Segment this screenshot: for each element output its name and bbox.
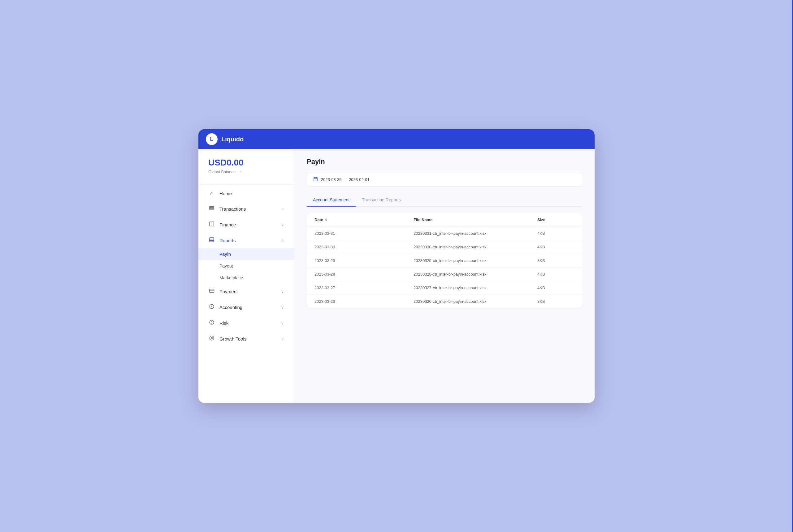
sidebar-item-label: Reports — [219, 238, 277, 243]
sidebar: USD0.00 Global Balance → ⌂ Home Transact… — [198, 149, 294, 403]
sidebar-item-home[interactable]: ⌂ Home — [198, 186, 294, 201]
growth-tools-icon — [208, 335, 215, 342]
sidebar-item-finance[interactable]: Finance ∨ — [198, 217, 294, 233]
date-filter-bar[interactable]: 2023-03-25 · 2023-04-01 — [307, 172, 582, 187]
chevron-down-icon: ∨ — [281, 305, 284, 310]
cell-size: 4KB — [537, 245, 574, 249]
content-area: Payin 2023-03-25 · 2023-04-01 Account St… — [294, 149, 595, 403]
cell-date: 2023-03-30 — [314, 245, 413, 249]
sidebar-item-transactions[interactable]: Transactions ∨ — [198, 201, 294, 217]
sidebar-subitem-marketplace[interactable]: Marketplace — [198, 272, 294, 284]
chevron-down-icon: ∨ — [281, 321, 284, 325]
sidebar-item-label: Payment — [219, 289, 277, 294]
svg-point-15 — [211, 338, 213, 339]
sidebar-item-label: Risk — [219, 320, 277, 326]
chevron-down-icon: ∨ — [281, 222, 284, 227]
cell-date: 2023-03-31 — [314, 231, 413, 236]
sidebar-subitem-payin[interactable]: Payin — [198, 248, 294, 260]
sidebar-item-risk[interactable]: Risk ∨ — [198, 315, 294, 331]
balance-section: USD0.00 Global Balance → — [198, 158, 294, 183]
svg-rect-1 — [209, 208, 214, 209]
balance-arrow[interactable]: → — [237, 169, 242, 174]
svg-point-13 — [212, 323, 212, 324]
sidebar-subitem-label: Marketplace — [219, 275, 243, 280]
report-table: Date ⇅ File Name Size 2023-03-31 2023033… — [307, 213, 582, 308]
cell-filename: 20230331-cb_inter-br-payin-account.xlsx — [413, 231, 537, 236]
main-layout: USD0.00 Global Balance → ⌂ Home Transact… — [198, 149, 595, 403]
balance-amount: USD0.00 — [208, 158, 284, 168]
cell-date: 2023-03-29 — [314, 258, 413, 263]
table-row[interactable]: 2023-03-26 20230326-cb_inter-br-payin-ac… — [307, 295, 582, 308]
table-row[interactable]: 2023-03-28 20230328-cb_inter-br-payin-ac… — [307, 268, 582, 281]
reports-icon — [208, 237, 215, 244]
chevron-down-icon: ∨ — [281, 289, 284, 294]
sidebar-item-growth-tools[interactable]: Growth Tools ∨ — [198, 331, 294, 347]
cell-date: 2023-03-27 — [314, 285, 413, 290]
cell-size: 3KB — [537, 299, 574, 304]
cell-size: 3KB — [537, 258, 574, 263]
sidebar-item-accounting[interactable]: Accounting ∨ — [198, 299, 294, 315]
chevron-up-icon: ∧ — [281, 238, 284, 243]
sidebar-item-label: Accounting — [219, 305, 277, 310]
svg-rect-4 — [209, 238, 214, 242]
chevron-down-icon: ∨ — [281, 337, 284, 341]
table-row[interactable]: 2023-03-29 20230329-cb_inter-br-payin-ac… — [307, 254, 582, 268]
payment-icon — [208, 288, 215, 295]
home-icon: ⌂ — [208, 190, 215, 197]
sidebar-subitem-label: Payout — [219, 264, 233, 268]
transactions-icon — [208, 205, 215, 212]
risk-icon — [208, 320, 215, 327]
col-header-size: Size — [537, 217, 574, 222]
chevron-down-icon: ∨ — [281, 207, 284, 211]
table-row[interactable]: 2023-03-30 20230330-cb_inter-br-payin-ac… — [307, 240, 582, 254]
svg-rect-0 — [209, 207, 214, 208]
sidebar-item-reports[interactable]: Reports ∧ — [198, 233, 294, 248]
sidebar-item-label: Home — [219, 191, 284, 196]
table-header: Date ⇅ File Name Size — [307, 213, 582, 227]
col-header-filename: File Name — [413, 217, 537, 222]
sort-icon[interactable]: ⇅ — [325, 218, 327, 222]
date-start: 2023-03-25 — [321, 177, 342, 182]
logo-name: Liquido — [221, 136, 244, 143]
tab-transaction-reports[interactable]: Transaction Reports — [356, 194, 407, 207]
tab-account-statement[interactable]: Account Statement — [307, 194, 356, 207]
report-tabs: Account Statement Transaction Reports — [307, 194, 582, 207]
calendar-icon — [313, 177, 318, 182]
table-row[interactable]: 2023-03-27 20230327-cb_inter-br-payin-ac… — [307, 281, 582, 295]
page-title: Payin — [307, 158, 582, 166]
date-separator: · — [345, 177, 346, 182]
date-end: 2023-04-01 — [349, 177, 370, 182]
cell-filename: 20230326-cb_inter-br-payin-account.xlsx — [413, 299, 537, 304]
balance-label: Global Balance → — [208, 169, 284, 174]
svg-rect-2 — [209, 222, 214, 226]
svg-point-14 — [209, 336, 214, 340]
sidebar-subitem-label: Payin — [219, 252, 231, 257]
cell-size: 4KB — [537, 285, 574, 290]
table-row[interactable]: 2023-03-31 20230331-cb_inter-br-payin-ac… — [307, 227, 582, 240]
sidebar-item-label: Transactions — [219, 206, 277, 212]
sidebar-item-label: Growth Tools — [219, 336, 277, 341]
finance-icon — [208, 221, 215, 228]
logo-icon: L — [206, 133, 218, 145]
sidebar-item-payment[interactable]: Payment ∨ — [198, 284, 294, 299]
topbar: L Liquido — [198, 129, 595, 149]
svg-rect-16 — [314, 177, 317, 181]
app-window: L Liquido USD0.00 Global Balance → ⌂ Hom… — [198, 129, 595, 403]
cell-size: 4KB — [537, 231, 574, 236]
cell-date: 2023-03-26 — [314, 299, 413, 304]
accounting-icon — [208, 304, 215, 311]
cell-date: 2023-03-28 — [314, 272, 413, 277]
cell-filename: 20230329-cb_inter-br-payin-account.xlsx — [413, 258, 537, 263]
col-header-date: Date ⇅ — [314, 217, 413, 222]
cell-filename: 20230327-cb_inter-br-payin-account.xlsx — [413, 285, 537, 290]
svg-rect-8 — [209, 289, 214, 292]
cell-size: 4KB — [537, 272, 574, 277]
nav-divider-1 — [198, 184, 294, 185]
sidebar-subitem-payout[interactable]: Payout — [198, 260, 294, 272]
sidebar-item-label: Finance — [219, 222, 277, 227]
cell-filename: 20230328-cb_inter-br-payin-account.xlsx — [413, 272, 537, 277]
cell-filename: 20230330-cb_inter-br-payin-account.xlsx — [413, 245, 537, 249]
